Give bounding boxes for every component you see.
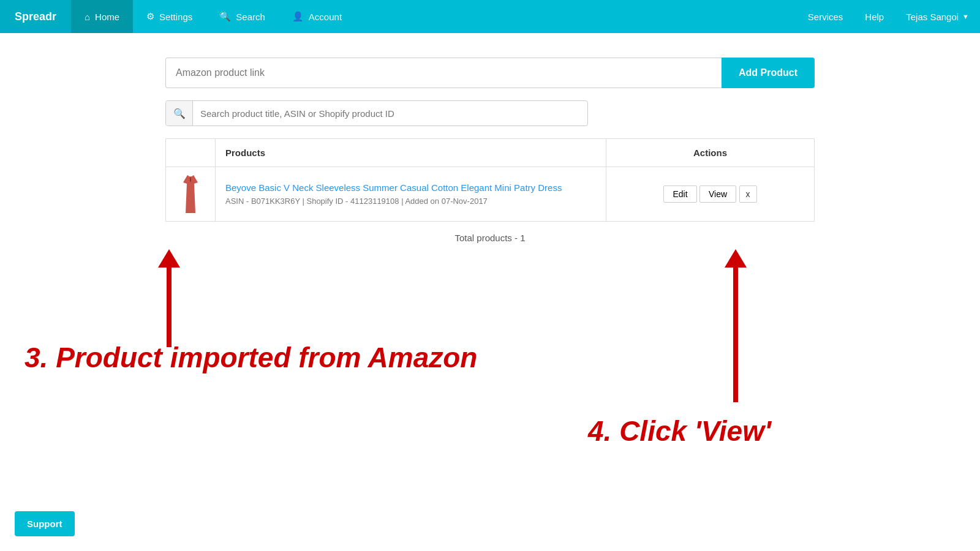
product-image (176, 174, 205, 214)
nav-home[interactable]: ⌂ Home (71, 0, 133, 33)
account-icon: 👤 (292, 11, 304, 22)
navbar-right: Services Help Tejas Sangoi ▼ (797, 0, 980, 33)
arrowhead-up-2 (725, 249, 747, 268)
search-icon-button[interactable]: 🔍 (166, 101, 193, 126)
col-products-header: Products (216, 139, 606, 167)
annotation-text-4: 4. Click 'View' (588, 414, 771, 448)
product-link-row: Add Product (165, 58, 815, 88)
amazon-link-input[interactable] (165, 58, 722, 88)
brand-logo[interactable]: Spreadr (0, 0, 71, 33)
col-thumbnail (166, 139, 216, 167)
actions-cell: Edit View x (606, 167, 815, 222)
arrowhead-up-1 (158, 249, 180, 268)
nav-search[interactable]: 🔍 Search (206, 0, 279, 33)
main-content: Add Product 🔍 Products Actions (153, 33, 827, 243)
nav-services[interactable]: Services (797, 0, 854, 33)
nav-settings[interactable]: ⚙ Settings (133, 0, 206, 33)
home-icon: ⌂ (85, 12, 90, 22)
arrow-shaft-2 (733, 268, 738, 402)
annotation-text-3: 3. Product imported from Amazon (24, 341, 477, 374)
search-icon: 🔍 (173, 108, 186, 119)
navbar: Spreadr ⌂ Home ⚙ Settings 🔍 Search 👤 Acc… (0, 0, 980, 33)
arrow-1 (158, 249, 180, 347)
products-table: Products Actions Beyove Basic V Neck Sle… (165, 138, 815, 222)
view-button[interactable]: View (699, 186, 736, 203)
chevron-down-icon: ▼ (962, 13, 969, 20)
search-bar: 🔍 (165, 100, 588, 126)
nav-user[interactable]: Tejas Sangoi ▼ (895, 0, 980, 33)
arrow-shaft-1 (167, 268, 172, 347)
table-row: Beyove Basic V Neck Sleeveless Summer Ca… (166, 167, 815, 222)
arrow-2 (725, 249, 747, 402)
total-products: Total products - 1 (165, 233, 815, 243)
col-actions-header: Actions (606, 139, 815, 167)
annotations-section: 3. Product imported from Amazon 4. Click… (0, 249, 980, 482)
add-product-button[interactable]: Add Product (722, 58, 815, 88)
delete-button[interactable]: x (739, 186, 757, 203)
nav-account[interactable]: 👤 Account (279, 0, 355, 33)
product-title-link[interactable]: Beyove Basic V Neck Sleeveless Summer Ca… (225, 182, 596, 193)
edit-button[interactable]: Edit (663, 186, 696, 203)
nav-help[interactable]: Help (854, 0, 895, 33)
product-thumbnail-cell (166, 167, 216, 222)
product-meta: ASIN - B071KK3R6Y | Shopify ID - 4112311… (225, 197, 488, 206)
settings-icon: ⚙ (146, 11, 154, 22)
search-input[interactable] (193, 108, 587, 119)
search-icon: 🔍 (219, 11, 231, 22)
table-header-row: Products Actions (166, 139, 815, 167)
support-button[interactable]: Support (15, 511, 75, 536)
product-info-cell: Beyove Basic V Neck Sleeveless Summer Ca… (216, 167, 606, 222)
